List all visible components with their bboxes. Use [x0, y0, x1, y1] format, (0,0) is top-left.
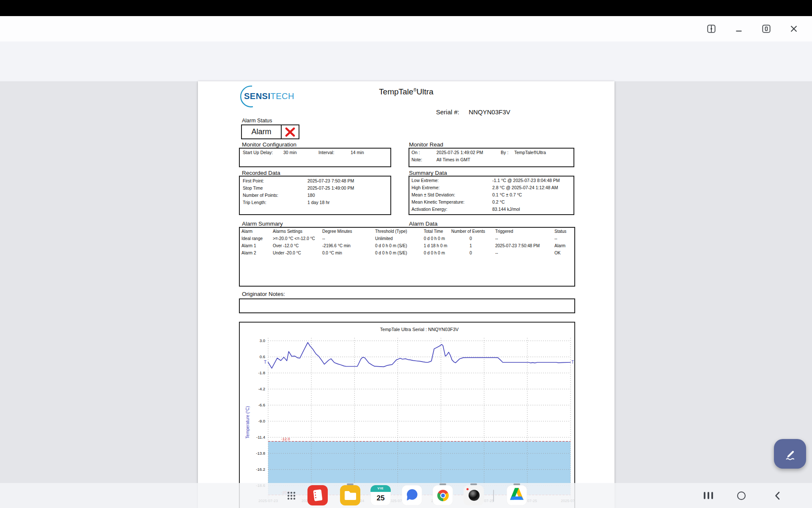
- field-label: Low Extreme:: [411, 178, 439, 183]
- col-header: Total Time: [424, 229, 443, 234]
- field-value: 2025-07-23 7:50:48 PM: [307, 178, 354, 183]
- col-header: Status: [554, 229, 566, 234]
- svg-text:-11.4: -11.4: [256, 435, 265, 439]
- my-files-app-icon[interactable]: [340, 485, 360, 505]
- svg-text:-6.6: -6.6: [258, 403, 265, 407]
- svg-text:-4.2: -4.2: [258, 387, 265, 391]
- field-value: 0.1 °C ± 0.7 °C: [492, 192, 522, 197]
- back-nav-button[interactable]: [772, 490, 783, 503]
- calendar-app-icon[interactable]: VIE 25: [370, 485, 391, 505]
- popup-view-icon[interactable]: [761, 23, 772, 34]
- field-label: Note:: [411, 157, 422, 162]
- field-label: Stop Time: [243, 185, 263, 190]
- taskbar: VIE 25: [0, 483, 812, 508]
- svg-text:0.6: 0.6: [260, 354, 265, 359]
- running-indicator: [347, 483, 354, 485]
- status-bar: [0, 0, 812, 16]
- monitor-configuration-box: Start Up Delay: 30 min Interval: 14 min: [239, 148, 391, 167]
- col-header: Threshold (Type): [375, 229, 407, 234]
- report-title: TempTale®Ultra: [198, 87, 614, 97]
- svg-text:TempTale Ultra Serial : NNQYN: TempTale Ultra Serial : NNQYN03F3V: [380, 327, 459, 332]
- multi-window-icon[interactable]: [706, 23, 717, 34]
- table-cell: 2025-07-23 7:50:48 PM: [495, 243, 540, 248]
- field-value: -1.1 °C @ 2025-07-23 8:04:48 PM: [492, 178, 560, 183]
- notes-app-icon[interactable]: [307, 485, 328, 505]
- originator-notes-box: [239, 298, 575, 313]
- monitor-configuration-heading: Monitor Configuration: [242, 141, 296, 148]
- alarm-summary-table: Alarm Alarms Settings Degree Minutes Thr…: [239, 227, 575, 287]
- table-cell: 0 d 0 h 0 m: [424, 236, 445, 241]
- calendar-day: 25: [370, 492, 391, 505]
- table-cell: --: [322, 236, 325, 241]
- minimize-icon[interactable]: [733, 23, 744, 34]
- field-label: By :: [501, 150, 508, 155]
- table-cell: -2196.6 °C min: [322, 243, 351, 248]
- field-value: 2025-07-25 1:49:00 PM: [307, 185, 354, 190]
- col-header: Triggered: [495, 229, 513, 234]
- col-header: Alarms Settings: [273, 229, 302, 234]
- table-cell: Alarm: [554, 243, 565, 248]
- field-value: 180: [307, 193, 315, 198]
- field-value: 30 min: [283, 150, 297, 155]
- table-cell: Alarm 2: [241, 251, 256, 255]
- pdf-viewer-canvas[interactable]: SENSITECH TempTale®Ultra Serial #: NNQYN…: [0, 81, 812, 508]
- svg-text:T: T: [264, 360, 266, 364]
- svg-text:-16.2: -16.2: [256, 467, 265, 472]
- chrome-logo: [437, 490, 449, 501]
- table-cell: --: [495, 251, 498, 255]
- camera-app-icon[interactable]: [464, 485, 484, 505]
- recents-nav-button[interactable]: [704, 492, 713, 499]
- serial-label: Serial #:: [436, 108, 459, 116]
- table-cell: OK: [554, 251, 560, 255]
- monitor-read-box: On : 2025-07-25 1:49:02 PM By : TempTale…: [409, 148, 574, 167]
- close-icon[interactable]: [788, 23, 799, 34]
- recorded-data-heading: Recorded Data: [242, 170, 280, 176]
- table-cell: >=-20.0 °C <=-12.0 °C: [273, 236, 315, 241]
- svg-text:3.0: 3.0: [260, 338, 265, 343]
- app-drawer-icon[interactable]: [286, 491, 296, 501]
- pdf-viewer-toolbar: NNQYN03F3V_0.pdf: [0, 41, 812, 81]
- camera-lens: [469, 490, 480, 501]
- table-cell: --: [495, 236, 498, 241]
- originator-notes-heading: Originator Notes:: [242, 291, 285, 297]
- field-label: Interval:: [318, 150, 334, 155]
- taskbar-separator: [493, 490, 494, 502]
- table-cell: 0: [451, 251, 490, 255]
- chart-plot: 3.00.6-1.8-4.2-6.6-9.0-11.4-13.8-16.2-18…: [240, 323, 574, 508]
- annotate-fab[interactable]: [774, 439, 806, 469]
- field-label: High Extreme:: [411, 185, 440, 190]
- field-label: Number of Points:: [243, 193, 278, 198]
- table-cell: 0 d 0 h 0 m (S/E): [375, 243, 407, 248]
- camera-record-dot: [466, 488, 469, 490]
- summary-data-heading: Summary Data: [409, 170, 447, 176]
- table-cell: Under -20.0 °C: [273, 251, 301, 255]
- col-header: Degree Minutes: [322, 229, 352, 234]
- table-cell: 0.0 °C min: [322, 251, 342, 255]
- running-indicator: [513, 483, 520, 485]
- monitor-read-heading: Monitor Read: [409, 141, 443, 148]
- chart-y-axis-label: Temperature (°C): [245, 359, 250, 486]
- recorded-data-box: First Point: 2025-07-23 7:50:48 PM Stop …: [239, 176, 391, 215]
- drive-app-icon[interactable]: [507, 485, 527, 505]
- table-cell: 1: [451, 243, 490, 248]
- table-cell: Unlimited: [375, 236, 393, 241]
- field-label: Start Up Delay:: [243, 150, 273, 155]
- col-header: Alarm: [241, 229, 252, 234]
- table-cell: 0: [451, 236, 490, 241]
- field-value: 2.8 °C @ 2025-07-24 1:12:48 AM: [492, 185, 558, 190]
- alarm-status-label: Alarm Status: [242, 118, 272, 124]
- home-nav-button[interactable]: [737, 491, 746, 500]
- alarm-status-box: Alarm: [241, 124, 299, 139]
- svg-text:-13.8: -13.8: [256, 451, 265, 456]
- pdf-page: SENSITECH TempTale®Ultra Serial #: NNQYN…: [198, 81, 614, 508]
- messages-app-icon[interactable]: [402, 485, 422, 505]
- alarm-data-heading: Alarm Data: [409, 221, 438, 227]
- alarm-status-value: Alarm: [242, 125, 281, 138]
- chrome-app-icon[interactable]: [433, 485, 453, 505]
- running-indicator: [470, 483, 477, 485]
- field-value: All Times in GMT: [436, 157, 470, 162]
- table-cell: 0 d 0 h 0 m: [424, 251, 445, 255]
- svg-text:-9.0: -9.0: [258, 419, 265, 423]
- table-cell: Alarm 1: [241, 243, 256, 248]
- field-value: 14 min: [351, 150, 364, 155]
